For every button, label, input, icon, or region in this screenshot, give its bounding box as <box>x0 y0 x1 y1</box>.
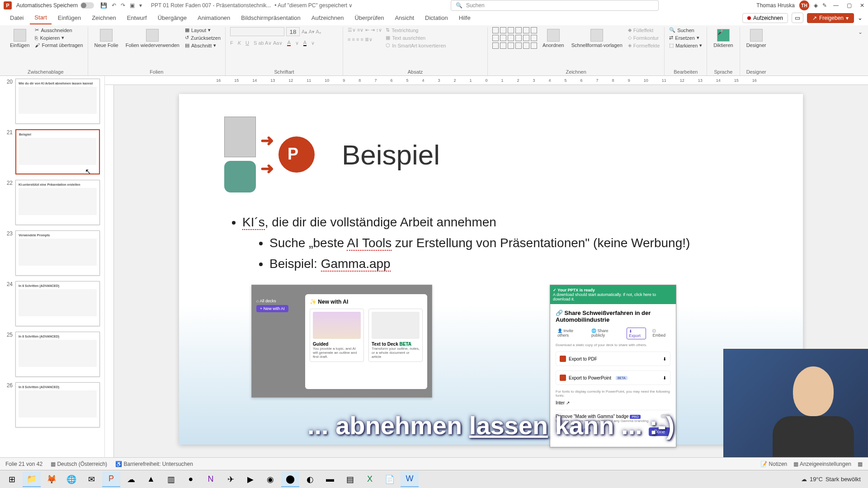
tab-animationen[interactable]: Animationen <box>193 12 235 24</box>
font-size-input <box>286 27 300 36</box>
shapes-gallery[interactable] <box>492 27 537 49</box>
autosave-toggle[interactable] <box>80 2 94 9</box>
present-mode-icon[interactable]: ▭ <box>792 13 803 23</box>
tab-bildschirmpräsentation[interactable]: Bildschirmpräsentation <box>236 12 305 24</box>
weather-temp: 19°C <box>810 476 823 483</box>
qat-dropdown-icon[interactable]: ▾ <box>139 2 142 9</box>
effects-icon: ◈ <box>628 42 632 48</box>
section-button[interactable]: ▤Abschnitt▾ <box>185 42 221 48</box>
group-designer: Designer <box>745 68 768 75</box>
save-icon[interactable]: 💾 <box>100 2 107 9</box>
user-name[interactable]: Thomas Hruska <box>756 2 795 9</box>
telegram-icon[interactable]: ✈ <box>222 472 240 487</box>
vertical-ruler <box>105 85 114 457</box>
excel-icon[interactable]: X <box>361 472 379 487</box>
outline-icon: ◇ <box>628 35 632 41</box>
app-icon[interactable]: ⬤ <box>281 472 299 487</box>
chevron-down-icon[interactable]: ⌄ <box>858 14 863 21</box>
close-button[interactable]: ✕ <box>860 2 864 9</box>
normal-view-icon[interactable]: ▦ <box>858 461 863 467</box>
notepad-icon[interactable]: 📄 <box>381 472 399 487</box>
shape-fill-button: ◆Fülleffekt <box>628 27 660 33</box>
explorer-icon[interactable]: 📁 <box>23 472 41 487</box>
dictate-button[interactable]: 🎤Diktieren <box>712 27 735 50</box>
pen-icon[interactable]: ✎ <box>822 2 827 9</box>
firefox-icon[interactable]: 🦊 <box>42 472 61 487</box>
start-button[interactable]: ⊞ <box>3 472 21 487</box>
slide-counter: Folie 21 von 42 <box>5 461 42 467</box>
diamond-icon[interactable]: ◈ <box>814 2 818 9</box>
tab-einfügen[interactable]: Einfügen <box>53 12 85 24</box>
notes-button[interactable]: 📝 Notizen <box>760 461 787 467</box>
slide-thumbnails[interactable]: 20Wie du dir von KI Arbeit abnehmen lass… <box>0 76 105 457</box>
outlook-icon[interactable]: ✉ <box>82 472 100 487</box>
layout-button[interactable]: ▦Layout▾ <box>185 27 221 33</box>
tab-entwurf[interactable]: Entwurf <box>123 12 151 24</box>
tab-start[interactable]: Start <box>30 11 51 24</box>
thumbnail-slide-21[interactable]: 21Beispiel <box>5 129 100 174</box>
app-icon[interactable]: ▬ <box>321 472 339 487</box>
record-button[interactable]: Aufzeichnen <box>742 13 788 23</box>
app-icon[interactable]: ▤ <box>341 472 359 487</box>
minimize-button[interactable]: — <box>833 2 839 9</box>
designer-button[interactable]: Designer <box>745 27 768 50</box>
redo-icon[interactable]: ↷ <box>121 2 125 9</box>
accessibility-status[interactable]: ♿ Barrierefreiheit: Untersuchen <box>115 461 193 467</box>
tab-datei[interactable]: Datei <box>5 12 28 24</box>
select-button[interactable]: ⬚Markieren▾ <box>669 42 702 48</box>
vlc-icon[interactable]: ▲ <box>142 472 160 487</box>
section-icon: ▤ <box>185 42 189 48</box>
copy-button[interactable]: ⎘Kopieren▾ <box>35 35 83 41</box>
thumbnail-slide-26[interactable]: 26In 8 Schritten (ADVANCED) <box>5 382 100 427</box>
search-input[interactable]: 🔍 Suchen <box>451 0 659 11</box>
arrange-button[interactable]: Anordnen <box>541 27 566 50</box>
search-placeholder: Suchen <box>466 2 485 9</box>
cloud-icon: ☁ <box>801 476 807 483</box>
reuse-slides-button[interactable]: Folien wiederverwenden <box>124 27 181 50</box>
powerpoint-taskbar-icon[interactable]: P <box>102 472 120 487</box>
thumbnail-slide-20[interactable]: 20Wie du dir von KI Arbeit abnehmen lass… <box>5 79 100 124</box>
maximize-button[interactable]: ▢ <box>847 2 852 9</box>
new-slide-button[interactable]: Neue Folie <box>93 27 120 50</box>
tab-hilfe[interactable]: Hilfe <box>454 12 475 24</box>
thumbnail-slide-25[interactable]: 25In 8 Schritten (ADVANCED) <box>5 332 100 377</box>
present-icon[interactable]: ▣ <box>130 2 135 9</box>
search-icon: 🔍 <box>669 27 675 33</box>
save-status[interactable]: • Auf "diesem PC" gespeichert ∨ <box>274 2 353 9</box>
thumbnail-slide-23[interactable]: 23Verwendete Prompts <box>5 230 100 276</box>
tab-zeichnen[interactable]: Zeichnen <box>87 12 120 24</box>
replace-button[interactable]: ⇄Ersetzen▾ <box>669 35 702 41</box>
app-icon[interactable]: ▶ <box>241 472 259 487</box>
weather-widget[interactable]: ☁ 19°C Stark bewölkt <box>801 476 865 483</box>
undo-icon[interactable]: ↶ <box>112 2 116 9</box>
thumbnail-slide-24[interactable]: 24In 8 Schritten (ADVANCED) <box>5 281 100 326</box>
cut-button[interactable]: ✂Ausschneiden <box>35 27 83 33</box>
collapse-ribbon-icon[interactable]: ⌄ <box>856 27 864 75</box>
tab-aufzeichnen[interactable]: Aufzeichnen <box>307 12 349 24</box>
app-icon[interactable]: ▥ <box>162 472 180 487</box>
tab-überprüfen[interactable]: Überprüfen <box>350 12 388 24</box>
group-paragraph: Absatz <box>348 68 483 75</box>
onenote-icon[interactable]: N <box>202 472 220 487</box>
app-icon[interactable]: ☁ <box>122 472 140 487</box>
app-icon[interactable]: ◐ <box>301 472 319 487</box>
share-button[interactable]: ↗Freigeben▾ <box>807 13 854 23</box>
slide-canvas[interactable]: ➜ ➜ Beispiel KI´s, die dir die vollständ… <box>179 94 803 445</box>
shape-outline-button: ◇Formkontur <box>628 35 660 41</box>
language-status[interactable]: ▦ Deutsch (Österreich) <box>51 461 107 467</box>
group-slides: Folien <box>93 68 221 75</box>
reset-button[interactable]: ↺Zurücksetzen <box>185 35 221 41</box>
thumbnail-slide-22[interactable]: 22KI-unterstützt eine Präsentation erste… <box>5 180 100 225</box>
tab-dictation[interactable]: Dictation <box>420 12 453 24</box>
format-painter-button[interactable]: 🖌Format übertragen <box>35 42 83 48</box>
smartart-icon: ⬡ <box>386 42 390 48</box>
tab-ansicht[interactable]: Ansicht <box>390 12 419 24</box>
chrome-icon[interactable]: 🌐 <box>62 472 80 487</box>
tab-übergänge[interactable]: Übergänge <box>153 12 191 24</box>
avatar[interactable]: TH <box>799 0 809 10</box>
app-icon[interactable]: ● <box>182 472 200 487</box>
display-settings-button[interactable]: ▦ Anzeigeeinstellungen <box>793 461 851 467</box>
word-icon[interactable]: W <box>401 472 419 487</box>
obs-icon[interactable]: ◉ <box>261 472 279 487</box>
find-button[interactable]: 🔍Suchen <box>669 27 702 33</box>
